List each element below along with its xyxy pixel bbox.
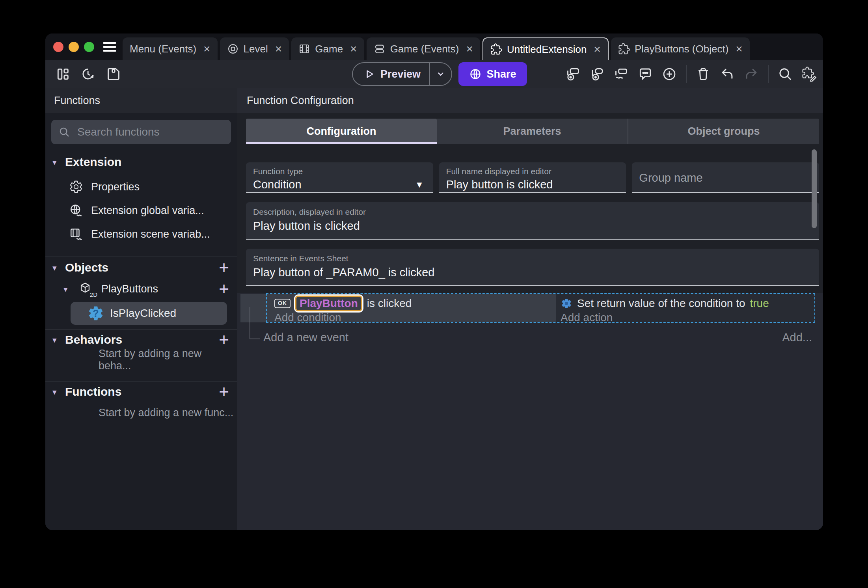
sidebar-section-functions[interactable]: ▾ Functions + [45,382,237,402]
sidebar-item-isplayclicked-selected[interactable]: ? IsPlayClicked [71,302,227,325]
caret-down-icon[interactable]: ▾ [52,336,62,344]
main-toolbar: Preview Share [45,60,823,88]
group-name-input[interactable] [639,171,812,184]
function-type-field[interactable]: Function type Condition ▼ [246,162,433,193]
action-text: Set return value of the condition to [577,297,745,310]
sidebar-section-behaviors[interactable]: ▾ Behaviors + [45,331,237,349]
redo-icon[interactable] [744,67,759,82]
full-name-field[interactable]: Full name displayed in editor [439,162,626,193]
field-label: Sentence in Events Sheet [253,254,812,263]
edit-extension-icon[interactable] [802,67,817,82]
item-label: Extension global varia... [91,205,204,217]
preview-split-button: Preview [352,62,452,86]
tab-configuration[interactable]: Configuration [246,119,437,144]
undo-icon[interactable] [720,67,735,82]
description-input[interactable] [253,220,812,233]
close-window-button[interactable] [53,42,63,52]
description-field[interactable]: Description, displayed in editor [246,202,819,240]
sidebar-item-extension-global-variables[interactable]: Extension global varia... [45,199,237,222]
event-tree-elbow [250,307,260,339]
project-manager-icon[interactable] [56,67,71,82]
tab-untitled-extension[interactable]: UntitledExtension × [482,37,609,60]
share-label: Share [486,68,516,80]
add-link-event-icon[interactable] [614,67,629,82]
full-name-input[interactable] [446,178,619,191]
group-name-field[interactable] [632,162,819,193]
toolbar-left-group [56,67,121,82]
play-icon [363,68,375,80]
behaviors-empty-hint: Start by adding a new beha... [45,349,237,371]
sidebar-item-properties[interactable]: Properties [45,175,237,199]
add-event-icon[interactable] [566,67,581,82]
sidebar-item-extension-scene-variables[interactable]: Extension scene variab... [45,222,237,246]
caret-down-icon[interactable]: ▾ [52,158,62,166]
sentence-field[interactable]: Sentence in Events Sheet [246,249,819,286]
section-label: Objects [65,261,108,274]
tab-playbuttons-object[interactable]: PlayButtons (Object) × [611,37,750,60]
tab-parameters[interactable]: Parameters [437,119,628,144]
close-tab-icon[interactable]: × [736,43,743,55]
preview-options-button[interactable] [430,63,451,85]
add-behavior-button[interactable]: + [219,332,229,348]
search-functions-box[interactable] [51,120,231,144]
tab-game-events[interactable]: Game (Events) × [367,37,480,60]
sidebar-item-playbuttons[interactable]: ▾ 2D PlayButtons + [45,277,237,300]
caret-down-icon[interactable]: ▾ [63,285,73,293]
event-conditions-cell[interactable]: OK PlayButton is clicked Add condition [240,294,556,322]
trash-icon[interactable] [696,67,711,82]
preview-button[interactable]: Preview [353,63,429,85]
caret-down-icon[interactable]: ▾ [52,388,62,396]
add-subevent-icon[interactable] [590,67,605,82]
globe-variables-icon [69,203,83,218]
section-label: Extension [65,155,121,169]
event-row[interactable]: OK PlayButton is clicked Add condition [240,294,815,322]
section-label: Behaviors [65,333,122,346]
save-icon[interactable] [106,67,121,82]
add-more-button[interactable]: Add... [782,331,812,344]
sidebar-section-objects[interactable]: ▾ Objects + [45,258,237,277]
main-menu-icon[interactable] [103,42,116,52]
tab-label: Game [315,43,343,55]
close-tab-icon[interactable]: × [203,43,210,55]
object-2d-badge: 2D [90,291,97,298]
vertical-scrollbar[interactable] [812,149,817,228]
tab-level[interactable]: Level × [220,37,289,60]
question-glyph: ? [87,305,104,322]
maximize-window-button[interactable] [84,42,94,52]
globe-icon [469,68,482,80]
history-icon[interactable] [81,67,96,82]
search-icon[interactable] [778,67,793,82]
add-comment-icon[interactable] [638,67,653,82]
dropdown-arrow-icon[interactable]: ▼ [415,180,424,190]
event-actions-cell[interactable]: Set return value of the condition to tru… [556,294,815,322]
action-value-true[interactable]: true [750,297,769,310]
add-object-button[interactable]: + [219,260,229,275]
add-function-to-object-button[interactable]: + [219,281,229,297]
button-object-icon: OK [274,299,291,308]
condition-function-icon: ? [87,305,104,322]
tab-game[interactable]: Game × [291,37,364,60]
choose-event-icon[interactable] [662,67,677,82]
minimize-window-button[interactable] [69,42,79,52]
panel-title: Function Configuration [247,95,354,107]
caret-down-icon[interactable]: ▾ [52,264,62,272]
add-action-link[interactable]: Add action [561,311,815,324]
condition-object-name[interactable]: PlayButton [295,296,362,311]
close-tab-icon[interactable]: × [594,43,601,55]
sentence-input[interactable] [253,266,812,279]
close-tab-icon[interactable]: × [466,43,473,55]
add-new-event-link[interactable]: Add a new event [263,331,348,344]
function-type-value[interactable]: Condition [253,178,412,191]
sidebar-section-extension[interactable]: ▾ Extension [45,151,237,173]
tab-menu-events[interactable]: Menu (Events) × [123,37,218,60]
add-free-function-button[interactable]: + [219,384,229,400]
close-tab-icon[interactable]: × [350,43,357,55]
search-functions-input[interactable] [76,125,224,139]
close-tab-icon[interactable]: × [275,43,282,55]
app-window: Menu (Events) × Level × Game × Game (Eve… [45,33,823,530]
events-sheet: OK PlayButton is clicked Add condition [237,293,823,530]
panel-header: Function Configuration [237,88,823,113]
share-button[interactable]: Share [458,62,527,86]
add-condition-link[interactable]: Add condition [274,311,556,324]
tab-object-groups[interactable]: Object groups [628,119,819,144]
